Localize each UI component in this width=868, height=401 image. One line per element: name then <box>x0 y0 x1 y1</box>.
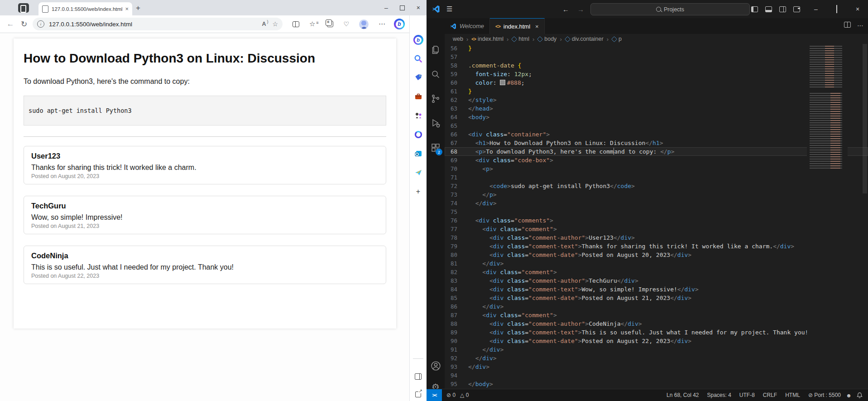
nav-back-icon[interactable]: ← <box>562 5 569 13</box>
code-line[interactable]: 66<div class="container"> <box>445 130 868 139</box>
code-line[interactable]: 77 <div class="comment"> <box>445 225 868 233</box>
microsoft-365-icon[interactable] <box>410 130 427 139</box>
code-line[interactable]: 72 <code>sudo apt-get install Python3</c… <box>445 182 868 190</box>
search-icon[interactable] <box>410 54 427 63</box>
copilot-sidebar-icon[interactable]: b <box>410 35 427 45</box>
code-line[interactable]: 93</div> <box>445 362 868 371</box>
notifications-bell-icon[interactable] <box>857 392 863 398</box>
live-server-port[interactable]: ⊘ Port : 5500 <box>808 392 841 398</box>
code-line[interactable]: 63</head> <box>445 104 868 113</box>
code-line[interactable]: 68 <p>To download Python3, here's the co… <box>445 147 868 156</box>
code-line[interactable]: 69 <div class="code-box"> <box>445 156 868 164</box>
sidebar-panel-icon[interactable] <box>410 373 427 380</box>
address-bar[interactable]: i 127.0.0.1:5500/web/index.html A ☆ <box>33 18 283 30</box>
problems-indicator[interactable]: ⊘ 0 △ 0 <box>446 392 469 398</box>
code-line[interactable]: 61} <box>445 87 868 96</box>
search-icon[interactable] <box>427 69 445 80</box>
code-line[interactable]: 71 <box>445 173 868 182</box>
code-line[interactable]: 87 <div class="comment"> <box>445 311 868 319</box>
profile-avatar[interactable] <box>359 19 369 29</box>
code-line[interactable]: 60 color: #888; <box>445 78 868 87</box>
code-line[interactable]: 62</style> <box>445 96 868 104</box>
code-line[interactable]: 81 </div> <box>445 259 868 268</box>
code-line[interactable]: 85 <div class="comment-date">Posted on A… <box>445 294 868 302</box>
read-aloud-icon[interactable]: A <box>262 21 266 27</box>
code-line[interactable]: 74 </div> <box>445 199 868 208</box>
code-line[interactable]: 65 <box>445 121 868 130</box>
explorer-icon[interactable] <box>427 44 445 55</box>
code-line[interactable]: 94 <box>445 371 868 380</box>
copilot-icon[interactable]: b <box>394 19 405 29</box>
code-line[interactable]: 56} <box>445 44 868 53</box>
menu-icon[interactable]: ☰ <box>446 5 452 13</box>
language-mode[interactable]: HTML <box>785 392 800 398</box>
maximize-button[interactable] <box>826 5 847 13</box>
close-button[interactable]: × <box>847 5 868 13</box>
url-text[interactable]: 127.0.0.1:5500/web/index.html <box>49 21 255 28</box>
source-control-icon[interactable] <box>427 93 445 104</box>
code-line[interactable]: 78 <div class="comment-author">User123</… <box>445 233 868 242</box>
add-sidebar-item-icon[interactable]: + <box>410 188 427 196</box>
cursor-position[interactable]: Ln 68, Col 42 <box>667 392 699 398</box>
outlook-icon[interactable] <box>410 150 427 158</box>
breadcrumb-item[interactable]: <>index.html <box>471 36 504 42</box>
tab-close-icon[interactable]: × <box>535 23 539 30</box>
split-screen-icon[interactable] <box>293 21 299 27</box>
code-line[interactable]: 86 </div> <box>445 302 868 311</box>
code-line[interactable]: 79 <div class="comment-text">Thanks for … <box>445 242 868 251</box>
code-line[interactable]: 73 </p> <box>445 190 868 199</box>
code-line[interactable]: 75 <box>445 208 868 216</box>
minimap[interactable] <box>807 44 848 389</box>
tab-welcome[interactable]: Welcome <box>445 18 490 34</box>
code-line[interactable]: 92 </div> <box>445 354 868 362</box>
drop-icon[interactable] <box>410 169 427 177</box>
collections-icon[interactable] <box>327 21 333 27</box>
refresh-icon[interactable]: ↻ <box>17 19 31 29</box>
code-line[interactable]: 80 <div class="comment-date">Posted on A… <box>445 251 868 259</box>
browser-essentials-icon[interactable]: ♡ <box>343 20 349 28</box>
code-line[interactable]: 90 <div class="comment-date">Posted on A… <box>445 337 868 345</box>
breadcrumb-item[interactable]: body <box>537 36 556 42</box>
code-line[interactable]: 57 <box>445 53 868 61</box>
browser-tab[interactable]: 127.0.0.1:5500/web/index.html × <box>38 2 132 15</box>
toggle-panel-icon[interactable] <box>765 6 772 12</box>
code-line[interactable]: 91 </div> <box>445 345 868 354</box>
site-info-icon[interactable]: i <box>37 20 44 28</box>
favorite-star-icon[interactable]: ☆ <box>272 20 278 28</box>
indent-setting[interactable]: Spaces: 4 <box>707 392 731 398</box>
code-line[interactable]: 67 <h1>How to Download Python3 on Linux:… <box>445 139 868 147</box>
accounts-icon[interactable] <box>427 360 445 372</box>
browser-more-icon[interactable]: ⋯ <box>379 20 386 28</box>
code-line[interactable]: 64<body> <box>445 113 868 121</box>
code-line[interactable]: 84 <div class="comment-text">Wow, so sim… <box>445 285 868 294</box>
breadcrumb-item[interactable]: p <box>612 36 622 42</box>
code-line[interactable]: 59 font-size: 12px; <box>445 70 868 78</box>
breadcrumb-item[interactable]: web <box>453 36 463 42</box>
tab-close-icon[interactable]: × <box>125 5 129 12</box>
code-editor[interactable]: 56}5758.comment-date {59 font-size: 12px… <box>445 44 868 389</box>
tools-icon[interactable] <box>410 92 427 101</box>
feedback-icon[interactable]: ☻ <box>846 392 852 399</box>
nav-forward-icon[interactable]: → <box>577 5 584 13</box>
code-line[interactable]: 95</body> <box>445 380 868 388</box>
code-line[interactable]: 89 <div class="comment-text">This is so … <box>445 328 868 337</box>
editor-scrollbar[interactable] <box>862 44 868 389</box>
customize-layout-icon[interactable] <box>793 6 800 12</box>
encoding[interactable]: UTF-8 <box>739 392 755 398</box>
games-icon[interactable] <box>410 111 427 120</box>
toggle-secondary-sidebar-icon[interactable] <box>779 6 786 12</box>
breadcrumb-item[interactable]: div.container <box>565 36 604 42</box>
command-center-search[interactable]: Projects <box>590 3 750 15</box>
code-line[interactable]: 70 <p> <box>445 164 868 173</box>
remote-indicator[interactable]: >< <box>427 389 442 401</box>
close-button[interactable]: × <box>417 4 420 11</box>
run-debug-icon[interactable] <box>427 118 445 129</box>
toggle-sidebar-icon[interactable] <box>751 6 758 12</box>
maximize-button[interactable] <box>400 5 405 10</box>
code-line[interactable]: 76 <div class="comments"> <box>445 216 868 225</box>
shopping-icon[interactable] <box>410 73 427 82</box>
open-link-icon[interactable] <box>410 391 427 397</box>
eol-setting[interactable]: CRLF <box>763 392 777 398</box>
editor-more-icon[interactable]: ⋯ <box>857 22 863 29</box>
code-line[interactable]: 58.comment-date { <box>445 61 868 70</box>
